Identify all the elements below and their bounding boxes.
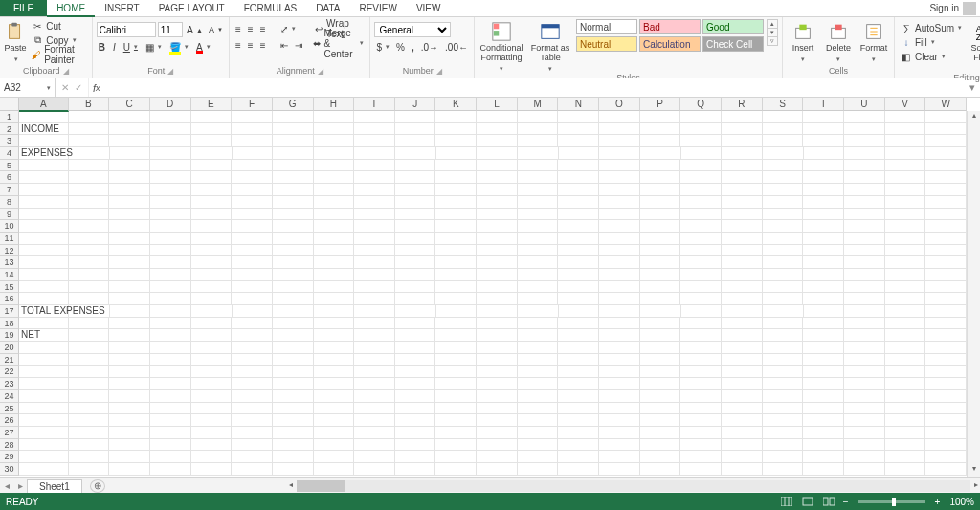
conditional-formatting-button[interactable]: Conditional Formatting▾ (479, 19, 524, 72)
cell[interactable] (19, 269, 69, 280)
cell[interactable] (109, 451, 150, 462)
zoom-thumb[interactable] (892, 498, 896, 506)
cell[interactable] (803, 209, 844, 220)
cell[interactable] (763, 318, 804, 329)
cell[interactable] (19, 318, 69, 329)
cell[interactable] (273, 281, 314, 293)
cell[interactable] (232, 342, 273, 353)
cell[interactable] (599, 451, 640, 462)
cell[interactable] (680, 171, 722, 183)
cell[interactable] (680, 318, 722, 329)
cell[interactable] (273, 269, 314, 280)
cell[interactable] (477, 293, 518, 304)
cell[interactable] (680, 390, 722, 402)
cell[interactable] (885, 281, 926, 293)
cell[interactable] (844, 354, 885, 366)
cell[interactable] (232, 281, 273, 293)
cell[interactable] (477, 354, 518, 366)
cell[interactable] (314, 233, 355, 244)
cell[interactable] (722, 184, 763, 195)
cell[interactable] (844, 463, 885, 475)
cell[interactable] (518, 256, 559, 268)
cell[interactable] (19, 209, 69, 220)
cell[interactable] (599, 245, 640, 256)
accounting-format-button[interactable]: $▾ (374, 40, 391, 54)
cell[interactable] (803, 427, 844, 438)
fx-icon[interactable]: fx (89, 78, 104, 97)
col-header-C[interactable]: C (109, 98, 150, 111)
cell[interactable] (885, 135, 926, 146)
cell[interactable] (640, 403, 681, 414)
cell[interactable] (925, 220, 967, 232)
zoom-slider[interactable] (858, 500, 925, 503)
cell[interactable] (191, 342, 233, 353)
cell[interactable] (273, 342, 314, 353)
cell[interactable] (925, 366, 967, 377)
cell[interactable] (150, 269, 191, 280)
cell[interactable] (395, 354, 436, 366)
cell[interactable] (273, 196, 314, 208)
cell[interactable] (354, 256, 395, 268)
cell[interactable] (640, 256, 681, 268)
cell[interactable] (722, 439, 763, 451)
cell[interactable] (558, 451, 599, 462)
cell[interactable] (885, 256, 926, 268)
cell[interactable] (518, 233, 559, 244)
underline-button[interactable]: U▾ (122, 40, 140, 54)
cell[interactable] (435, 366, 477, 377)
cell[interactable] (925, 305, 967, 317)
cell[interactable] (191, 111, 233, 122)
cell[interactable] (435, 111, 477, 122)
cell[interactable] (109, 245, 150, 256)
cell[interactable] (273, 171, 314, 183)
cell[interactable] (69, 439, 110, 451)
cell[interactable] (232, 135, 273, 146)
cell[interactable] (803, 220, 844, 232)
cell[interactable] (314, 403, 355, 414)
cell[interactable] (844, 403, 885, 414)
cell[interactable] (477, 305, 518, 317)
cell[interactable] (273, 256, 314, 268)
view-normal-button[interactable] (777, 496, 796, 507)
cell[interactable] (109, 111, 150, 122)
cell[interactable] (599, 342, 640, 353)
cell[interactable] (191, 171, 233, 183)
cell[interactable] (314, 135, 355, 146)
cell[interactable] (763, 305, 804, 317)
cell[interactable] (925, 403, 967, 414)
cell[interactable] (763, 463, 804, 475)
cell[interactable] (763, 111, 804, 122)
cell[interactable] (314, 366, 355, 377)
cell[interactable] (558, 220, 599, 232)
cell[interactable] (518, 147, 559, 159)
row-header-1[interactable]: 1 (0, 111, 19, 123)
cell[interactable] (19, 171, 69, 183)
cell[interactable] (925, 123, 967, 135)
cell[interactable] (191, 451, 233, 462)
cell[interactable] (477, 233, 518, 244)
cell[interactable] (109, 378, 150, 389)
cell[interactable] (885, 111, 926, 122)
cell[interactable] (804, 147, 845, 159)
increase-font-button[interactable]: A▲ (185, 23, 205, 36)
col-header-R[interactable]: R (722, 98, 763, 111)
cell[interactable] (925, 245, 967, 256)
col-header-K[interactable]: K (435, 98, 477, 111)
cell[interactable] (354, 184, 395, 195)
cell[interactable] (395, 245, 436, 256)
cell[interactable] (109, 135, 150, 146)
cell[interactable] (273, 245, 314, 256)
sort-filter-button[interactable]: AZSort & Filter▾ (967, 19, 980, 72)
cell[interactable] (69, 293, 110, 304)
cell[interactable] (599, 366, 640, 377)
cell[interactable] (109, 439, 150, 451)
cell[interactable] (599, 293, 640, 304)
cell[interactable] (885, 439, 926, 451)
cell[interactable] (150, 293, 191, 304)
cell[interactable] (435, 427, 477, 438)
cell[interactable] (599, 196, 640, 208)
cell[interactable] (232, 184, 273, 195)
cell[interactable] (233, 147, 274, 159)
cell[interactable] (314, 414, 355, 426)
cell[interactable] (925, 135, 967, 146)
